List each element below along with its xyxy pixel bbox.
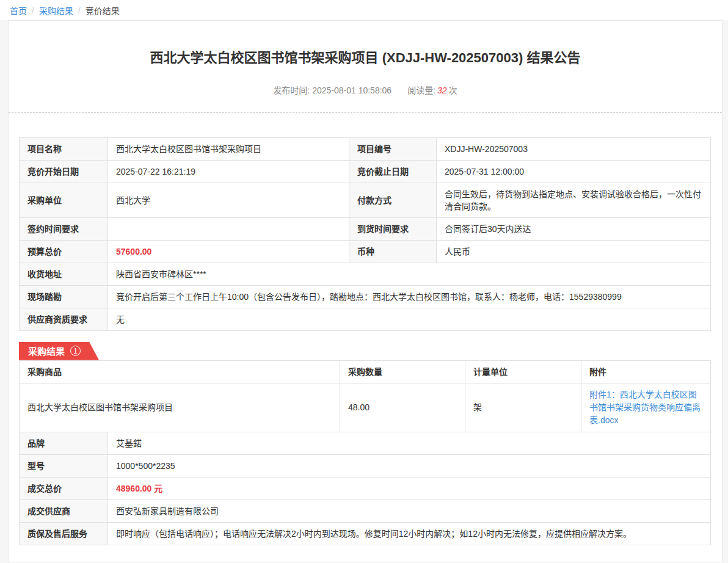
- column-header: 计量单位: [465, 360, 581, 383]
- table-row: 收货地址 陕西省西安市碑林区****: [20, 263, 711, 285]
- badge-label: 采购结果: [28, 344, 65, 357]
- table-row: 成交总价 48960.00 元: [20, 477, 711, 499]
- views-label: 阅读量:: [407, 85, 435, 95]
- product-name: 西北大学太白校区图书馆书架采购项目: [20, 383, 340, 432]
- field-label: 到货时间要求: [349, 217, 437, 240]
- field-label: 成交总价: [20, 477, 108, 499]
- table-row: 现场踏勘 竞价开启后第三个工作日上午10:00（包含公告发布日），踏勘地点：西北…: [20, 285, 711, 308]
- breadcrumb-separator: /: [32, 5, 34, 15]
- supplier-value: 西安弘新家具制造有限公司: [108, 499, 711, 522]
- table-row: 型号 1000*500*2235: [20, 454, 711, 477]
- table-header-row: 采购商品 采购数量 计量单位 附件: [20, 360, 711, 383]
- table-row: 竞价开始日期 2025-07-22 16:21:19 竞价截止日期 2025-0…: [20, 160, 711, 183]
- field-value: 陕西省西安市碑林区****: [108, 263, 711, 285]
- table-row: 西北大学太白校区图书馆书架采购项目 48.00 架 附件1：西北大学太白校区图书…: [20, 383, 711, 432]
- purchase-quantity: 48.00: [340, 383, 465, 432]
- breadcrumb-separator: /: [78, 5, 81, 15]
- field-value: 人民币: [437, 240, 711, 263]
- deal-total-price: 48960.00 元: [108, 477, 711, 499]
- field-value: XDJJ-HW-202507003: [437, 137, 711, 160]
- table-row: 供应商资质要求 无: [20, 308, 711, 330]
- breadcrumb: 首页 / 采购结果 / 竞价结果: [0, 0, 728, 20]
- warranty-value: 即时响应（包括电话响应）；电话响应无法解决2小时内到达现场。修复时间12小时内解…: [108, 522, 711, 545]
- field-value: 合同生效后，待货物到达指定地点、安装调试验收合格后，一次性付清合同货款。: [437, 183, 711, 217]
- field-label: 质保及售后服务: [20, 522, 108, 545]
- field-label: 竞价截止日期: [349, 160, 437, 183]
- breadcrumb-current: 竞价结果: [86, 4, 120, 16]
- field-label: 采购单位: [20, 183, 108, 217]
- field-label: 预算总价: [20, 240, 108, 263]
- field-label: 竞价开始日期: [20, 160, 108, 183]
- table-row: 成交供应商 西安弘新家具制造有限公司: [20, 499, 711, 522]
- field-label: 成交供应商: [20, 499, 108, 522]
- field-label: 项目名称: [20, 137, 108, 160]
- field-label: 现场踏勘: [20, 285, 108, 308]
- field-value: 竞价开启后第三个工作日上午10:00（包含公告发布日），踏勘地点：西北大学太白校…: [108, 285, 711, 308]
- table-row: 品牌 艾基鍩: [20, 432, 711, 454]
- field-label: 供应商资质要求: [20, 308, 108, 330]
- breadcrumb-purchase-results-link[interactable]: 采购结果: [39, 4, 73, 16]
- publish-meta: 发布时间: 2025-08-01 10:58:06阅读量:32次: [9, 84, 722, 96]
- field-label: 品牌: [20, 432, 108, 454]
- attachment-link[interactable]: 附件1：西北大学太白校区图书馆书架采购货物类响应偏离表.docx: [589, 388, 702, 427]
- field-value: 2025-07-31 12:00:00: [437, 160, 711, 183]
- column-header: 附件: [581, 360, 711, 383]
- project-info-table: 项目名称 西北大学太白校区图书馆书架采购项目 项目编号 XDJJ-HW-2025…: [19, 137, 711, 331]
- field-label: 付款方式: [349, 183, 437, 217]
- breadcrumb-home-link[interactable]: 首页: [10, 4, 27, 16]
- publish-time: 发布时间: 2025-08-01 10:58:06: [273, 85, 391, 95]
- views-unit: 次: [449, 85, 457, 95]
- table-row: 采购单位 西北大学 付款方式 合同生效后，待货物到达指定地点、安装调试验收合格后…: [20, 183, 711, 217]
- page-title: 西北大学太白校区图书馆书架采购项目 (XDJJ-HW-202507003) 结果…: [9, 21, 722, 68]
- purchase-result-badge: 采购结果 1: [19, 342, 99, 360]
- announcement-card: 西北大学太白校区图书馆书架采购项目 (XDJJ-HW-202507003) 结果…: [8, 20, 723, 562]
- table-row: 质保及售后服务 即时响应（包括电话响应）；电话响应无法解决2小时内到达现场。修复…: [20, 522, 711, 545]
- field-label: 型号: [20, 454, 108, 477]
- field-value: 合同签订后30天内送达: [437, 217, 711, 240]
- column-header: 采购数量: [340, 360, 465, 383]
- model-value: 1000*500*2235: [108, 454, 711, 477]
- dashed-divider: [9, 112, 722, 113]
- budget-total-price: 57600.00: [108, 240, 349, 263]
- result-detail-table: 品牌 艾基鍩 型号 1000*500*2235 成交总价 48960.00 元 …: [19, 432, 711, 545]
- field-label: 签约时间要求: [20, 217, 108, 240]
- table-row: 预算总价 57600.00 币种 人民币: [20, 240, 711, 263]
- column-header: 采购商品: [20, 360, 340, 383]
- field-label: 收货地址: [20, 263, 108, 285]
- badge-count: 1: [70, 346, 81, 356]
- field-value: 西北大学太白校区图书馆书架采购项目: [108, 137, 349, 160]
- table-row: 项目名称 西北大学太白校区图书馆书架采购项目 项目编号 XDJJ-HW-2025…: [20, 137, 711, 160]
- field-value: 无: [108, 308, 711, 330]
- field-label: 项目编号: [349, 137, 437, 160]
- table-row: 签约时间要求 到货时间要求 合同签订后30天内送达: [20, 217, 711, 240]
- views-count: 32: [437, 85, 447, 95]
- field-value: 2025-07-22 16:21:19: [108, 160, 349, 183]
- field-label: 币种: [349, 240, 437, 263]
- measure-unit: 架: [465, 383, 581, 432]
- field-value: [108, 217, 349, 240]
- purchase-result-table: 采购商品 采购数量 计量单位 附件 西北大学太白校区图书馆书架采购项目 48.0…: [19, 360, 711, 432]
- field-value: 西北大学: [108, 183, 349, 217]
- brand-value: 艾基鍩: [108, 432, 711, 454]
